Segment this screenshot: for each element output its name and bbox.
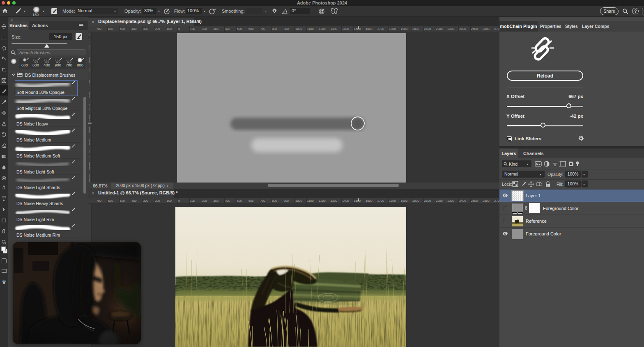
svg-text:T: T — [553, 161, 557, 167]
